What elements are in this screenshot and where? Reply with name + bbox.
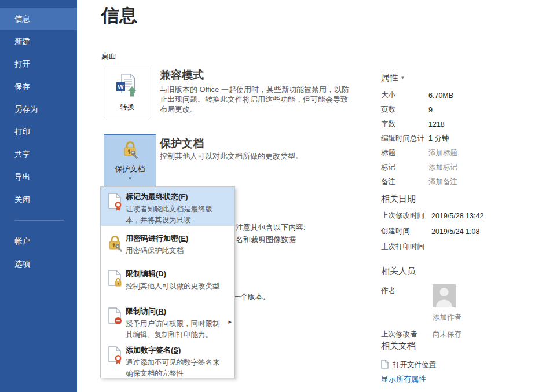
menu-item-title: 添加数字签名(S) <box>126 345 220 356</box>
convert-button[interactable]: W 转换 <box>104 68 151 118</box>
inspect-document-text-fragment: 名和裁剪图像数据 <box>236 235 296 245</box>
menu-item-title: 用密码进行加密(E) <box>126 233 188 244</box>
related-documents-title: 相关文档 <box>381 340 533 351</box>
word-backstage-info-view: 信息 新建 打开 保存 另存为 打印 共享 导出 关闭 帐户 选项 信息 桌面 … <box>0 0 535 392</box>
related-people-title: 相关人员 <box>381 266 533 277</box>
inspect-document-text-fragment: 注意其包含以下内容: <box>236 222 306 233</box>
sidebar-item-save[interactable]: 保存 <box>0 75 77 98</box>
document-icon <box>381 360 389 371</box>
doc-lock-icon <box>106 269 126 296</box>
date-row-modified: 上次修改时间2019/5/28 13:42 <box>381 208 533 224</box>
doc-seal-icon <box>106 345 126 378</box>
menu-item-title: 限制访问(R) <box>126 306 220 317</box>
author-label: 作者 <box>381 284 433 323</box>
manage-versions-text-fragment: 一个版本。 <box>233 292 270 302</box>
lock-key-icon <box>121 140 140 161</box>
menu-item-description: 其编辑、复制和打印能力。 <box>126 329 220 340</box>
properties-section: 属性▾ 大小6.70MB 页数9 字数1218 编辑时间总计1 分钟 标题添加标… <box>381 72 533 189</box>
page-title: 信息 <box>101 3 137 28</box>
property-row-title: 标题添加标题 <box>381 146 533 160</box>
sidebar-item-saveas[interactable]: 另存为 <box>0 98 77 120</box>
chevron-down-icon: ▾ <box>401 75 404 80</box>
date-row-printed: 上次打印时间 <box>381 239 533 255</box>
menu-item-restrict-access[interactable]: 限制访问(R) 授予用户访问权限，同时限制 其编辑、复制和打印能力。 ▸ <box>101 302 234 345</box>
sidebar-item-options[interactable]: 选项 <box>0 252 77 275</box>
menu-item-description: 控制其他人可以做的更改类型 <box>126 281 220 292</box>
sidebar-item-close[interactable]: 关闭 <box>0 188 77 211</box>
menu-item-description: 让读者知晓此文档是最终版 <box>126 204 212 215</box>
last-modified-by-value: 尚未保存 <box>433 328 461 339</box>
protect-document-description: 控制其他人可以对此文档所做的更改类型。 <box>160 151 303 161</box>
sidebar-item-export[interactable]: 导出 <box>0 166 77 188</box>
sidebar-top-strip <box>0 0 77 8</box>
compatibility-mode-title: 兼容模式 <box>160 68 204 83</box>
property-row-words: 字数1218 <box>381 117 533 131</box>
lock-key-icon <box>106 233 126 261</box>
protect-document-menu: 标记为最终状态(F) 让读者知晓此文档是最终版 本，并将其设为只读 用密码进行加… <box>100 186 235 378</box>
convert-button-label: 转换 <box>120 102 135 112</box>
open-file-location-button[interactable]: 打开文件位置 <box>381 360 533 371</box>
add-title-field[interactable]: 添加标题 <box>428 148 457 158</box>
doc-seal-icon <box>106 192 126 226</box>
backstage-sidebar: 信息 新建 打开 保存 另存为 打印 共享 导出 关闭 帐户 选项 <box>0 0 77 392</box>
menu-item-mark-as-final[interactable]: 标记为最终状态(F) 让读者知晓此文档是最终版 本，并将其设为只读 <box>101 187 234 226</box>
avatar[interactable] <box>433 284 461 310</box>
date-row-created: 创建时间2019/5/24 1:08 <box>381 224 533 239</box>
add-author-field[interactable]: 添加作者 <box>433 313 461 323</box>
compatibility-mode-description: 与旧版本的 Office 一起使用时，某些新功能被禁用，以防 止出现问题。转换此… <box>160 85 349 114</box>
doc-block-icon <box>106 306 126 345</box>
sidebar-item-open[interactable]: 打开 <box>0 53 77 75</box>
menu-item-encrypt-with-password[interactable]: 用密码进行加密(E) 用密码保护此文档 <box>101 229 234 261</box>
menu-item-restrict-editing[interactable]: 限制编辑(D) 控制其他人可以做的更改类型 <box>101 264 234 296</box>
document-location-label: 桌面 <box>101 51 116 61</box>
sidebar-item-account[interactable]: 帐户 <box>0 230 77 252</box>
sidebar-item-new[interactable]: 新建 <box>0 30 77 53</box>
menu-item-description: 本，并将其设为只读 <box>126 215 212 226</box>
menu-item-title: 限制编辑(D) <box>126 269 220 279</box>
sidebar-item-share[interactable]: 共享 <box>0 143 77 166</box>
sidebar-divider <box>14 220 64 221</box>
property-row-comments: 备注添加备注 <box>381 175 533 189</box>
add-tags-field[interactable]: 添加标记 <box>428 163 457 173</box>
sidebar-item-info[interactable]: 信息 <box>0 8 77 30</box>
add-comments-field[interactable]: 添加备注 <box>428 177 457 187</box>
protect-document-title: 保护文档 <box>160 136 204 151</box>
properties-dropdown[interactable]: 属性▾ <box>381 72 533 83</box>
submenu-arrow-icon: ▸ <box>228 318 232 325</box>
related-dates-section: 相关日期 上次修改时间2019/5/28 13:42 创建时间2019/5/24… <box>381 193 533 255</box>
open-file-location-label: 打开文件位置 <box>393 360 436 370</box>
menu-item-description: 通过添加不可见的数字签名来 <box>126 357 220 368</box>
svg-text:W: W <box>118 83 124 90</box>
property-row-tags: 标记添加标记 <box>381 160 533 175</box>
menu-item-description: 用密码保护此文档 <box>126 246 188 257</box>
last-modified-by-label: 上次修改者 <box>381 328 433 339</box>
sidebar-item-print[interactable]: 打印 <box>0 120 77 143</box>
menu-item-description: 确保文档的完整性 <box>126 368 220 379</box>
protect-document-button[interactable]: 保护文档 ▾ <box>104 134 156 186</box>
property-row-size: 大小6.70MB <box>381 88 533 102</box>
show-all-properties-link[interactable]: 显示所有属性 <box>381 374 426 384</box>
menu-item-add-digital-signature[interactable]: 添加数字签名(S) 通过添加不可见的数字签名来 确保文档的完整性 <box>101 340 234 378</box>
related-dates-title: 相关日期 <box>381 193 533 204</box>
protect-button-label: 保护文档 <box>115 164 145 174</box>
chevron-down-icon: ▾ <box>129 176 131 181</box>
menu-item-title: 标记为最终状态(F) <box>126 192 212 202</box>
property-row-edit-time: 编辑时间总计1 分钟 <box>381 131 533 146</box>
related-people-section: 相关人员 作者 添加作者 上次修改者 尚未保存 <box>381 266 533 339</box>
property-row-pages: 页数9 <box>381 102 533 117</box>
related-documents-section: 相关文档 打开文件位置 <box>381 340 533 371</box>
word-document-convert-icon: W <box>116 74 139 100</box>
menu-item-description: 授予用户访问权限，同时限制 <box>126 318 220 329</box>
